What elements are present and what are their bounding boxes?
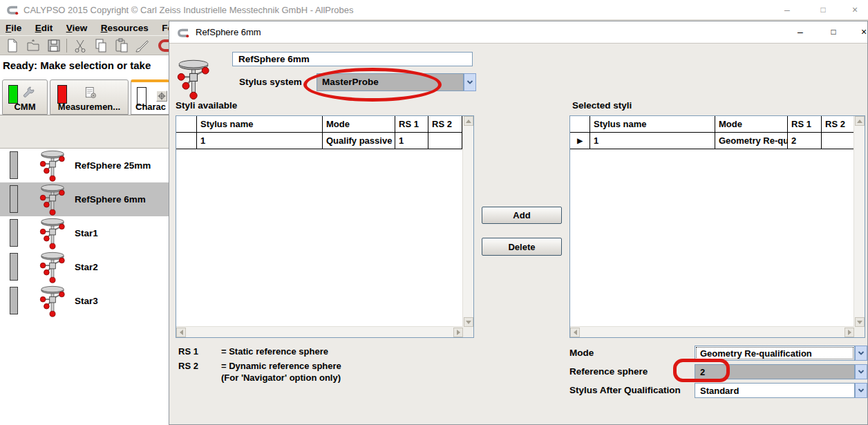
tab-cmm[interactable]: CMM bbox=[2, 79, 48, 115]
tab-characteristics[interactable]: Charac bbox=[131, 79, 169, 115]
slot-bar bbox=[10, 185, 18, 213]
slot-bar bbox=[10, 151, 18, 179]
scroll-up-icon[interactable] bbox=[855, 116, 865, 126]
table-header: Stylus name Mode RS 1 RS 2 bbox=[176, 116, 473, 133]
styli-available-table: Stylus name Mode RS 1 RS 2 1 Qualify pas… bbox=[176, 115, 474, 338]
selected-styli-table: Stylus name Mode RS 1 RS 2 ▶ 1 Geometry … bbox=[569, 115, 865, 338]
probe-panel bbox=[0, 115, 169, 148]
menu-edit[interactable]: Edit bbox=[35, 23, 53, 33]
window-title: CALYPSO 2015 Copyright © Carl Zeiss Indu… bbox=[23, 0, 354, 20]
list-item-star2[interactable]: Star2 bbox=[0, 250, 169, 284]
minimize-button[interactable]: – bbox=[775, 0, 799, 20]
slot-bar bbox=[10, 219, 18, 247]
scroll-up-icon[interactable] bbox=[464, 116, 473, 126]
vertical-scrollbar[interactable] bbox=[462, 116, 473, 327]
tab-characteristics-label: Charac bbox=[131, 102, 169, 112]
scroll-right-icon[interactable] bbox=[845, 328, 854, 337]
cut-icon[interactable] bbox=[72, 37, 88, 54]
tab-measurement[interactable]: Measuremen... bbox=[50, 79, 129, 115]
close-button[interactable]: × bbox=[843, 0, 867, 20]
stylus-after-qualification-value: Standard bbox=[695, 383, 855, 398]
slot-bar bbox=[10, 253, 18, 281]
scroll-left-icon[interactable] bbox=[176, 328, 186, 337]
copy-icon[interactable] bbox=[93, 37, 109, 54]
table-header: Stylus name Mode RS 1 RS 2 bbox=[570, 116, 865, 133]
vertical-scrollbar[interactable] bbox=[853, 116, 865, 327]
chevron-down-icon[interactable] bbox=[855, 364, 867, 379]
list-item-refsphere-25mm[interactable]: RefSphere 25mm bbox=[0, 149, 169, 182]
scroll-down-icon[interactable] bbox=[855, 317, 865, 327]
menu-view[interactable]: View bbox=[66, 23, 88, 33]
table-row[interactable]: ▶ 1 Geometry Re-qualification 2 bbox=[570, 133, 865, 149]
maximize-button[interactable]: □ bbox=[811, 0, 835, 20]
stylus-after-qualification-select[interactable]: Standard bbox=[695, 383, 867, 398]
delete-button[interactable]: Delete bbox=[482, 238, 562, 256]
brush-icon[interactable] bbox=[134, 37, 151, 54]
selected-styli-label: Selected styli bbox=[572, 100, 632, 111]
slot-bar bbox=[10, 287, 18, 314]
paste-icon[interactable] bbox=[113, 37, 130, 54]
new-document-icon[interactable] bbox=[4, 37, 21, 54]
status-message: Ready: Make selection or take bbox=[3, 59, 151, 71]
main-titlebar: CALYPSO 2015 Copyright © Carl Zeiss Indu… bbox=[0, 0, 868, 20]
horizontal-scrollbar[interactable] bbox=[176, 326, 463, 337]
table-row[interactable]: 1 Qualify passive 1 bbox=[176, 133, 473, 149]
probe-icon bbox=[37, 150, 68, 182]
menu-resources[interactable]: Resources bbox=[101, 23, 149, 33]
scroll-right-icon[interactable] bbox=[453, 328, 463, 337]
dialog-title: RefSphere 6mm bbox=[196, 21, 261, 44]
probe-icon bbox=[37, 285, 68, 317]
horizontal-scrollbar[interactable] bbox=[570, 326, 854, 337]
scrollbar-corner bbox=[854, 327, 865, 337]
save-icon[interactable] bbox=[46, 37, 62, 54]
dialog-titlebar: RefSphere 6mm – □ × bbox=[169, 21, 867, 44]
list-item-star3[interactable]: Star3 bbox=[0, 284, 169, 318]
legend-rs2-note: (For 'Navigator' option only) bbox=[221, 372, 341, 383]
probe-icon bbox=[37, 252, 68, 283]
wrench-icon bbox=[22, 86, 36, 100]
chevron-down-icon[interactable] bbox=[855, 346, 867, 361]
dialog-minimize-button[interactable]: – bbox=[790, 21, 811, 44]
stylus-system-list: RefSphere 25mm RefSphere 6mm Star1 Star2… bbox=[0, 148, 169, 425]
dialog-maximize-button[interactable]: □ bbox=[823, 21, 844, 44]
tab-cmm-label: CMM bbox=[3, 102, 47, 112]
chevron-down-icon[interactable] bbox=[464, 73, 476, 91]
reference-sphere-value: 2 bbox=[695, 364, 855, 379]
stylus-system-value: MasterProbe bbox=[317, 73, 464, 91]
mode-value: Geometry Re-qualification bbox=[695, 346, 855, 361]
chevron-down-icon[interactable] bbox=[855, 383, 867, 398]
menu-file[interactable]: File bbox=[6, 23, 21, 33]
characteristics-target-button[interactable] bbox=[156, 91, 167, 102]
cmm-status-chip bbox=[8, 85, 18, 104]
scroll-left-icon[interactable] bbox=[570, 328, 580, 337]
legend-rs2: RS 2= Dynamic reference sphere bbox=[178, 361, 341, 371]
tab-measurement-label: Measuremen... bbox=[50, 102, 128, 112]
dialog-close-button[interactable]: × bbox=[853, 21, 868, 44]
scroll-down-icon[interactable] bbox=[464, 317, 473, 327]
reference-sphere-label: Reference sphere bbox=[569, 364, 648, 379]
add-button[interactable]: Add bbox=[482, 207, 562, 224]
probe-icon bbox=[37, 184, 68, 216]
stylus-after-qualification-label: Stylus After Qualification bbox=[569, 383, 681, 398]
styli-available-label: Styli available bbox=[176, 100, 237, 111]
stylus-system-select[interactable]: MasterProbe bbox=[317, 73, 476, 91]
open-folder-icon[interactable] bbox=[25, 37, 41, 54]
mode-label: Mode bbox=[569, 346, 594, 361]
mode-select[interactable]: Geometry Re-qualification bbox=[695, 346, 867, 361]
legend-rs1: RS 1= Static reference sphere bbox=[178, 346, 328, 357]
app-screen: CALYPSO 2015 Copyright © Carl Zeiss Indu… bbox=[0, 0, 868, 425]
reference-sphere-select[interactable]: 2 bbox=[695, 364, 867, 379]
scrollbar-corner bbox=[463, 327, 473, 337]
list-item-refsphere-6mm[interactable]: RefSphere 6mm bbox=[0, 182, 169, 216]
stylus-system-label: Stylus system bbox=[239, 73, 302, 91]
list-item-star1[interactable]: Star1 bbox=[0, 216, 169, 250]
refsphere-dialog: RefSphere 6mm – □ × Stylus system Master… bbox=[169, 21, 868, 425]
probe-icon bbox=[37, 218, 68, 249]
row-marker-icon: ▶ bbox=[570, 133, 590, 149]
refsphere-name-input[interactable] bbox=[232, 52, 473, 66]
zeiss-logo-icon bbox=[178, 28, 190, 38]
measurement-plan-icon bbox=[84, 86, 97, 100]
toolbar-separator bbox=[66, 39, 67, 53]
zeiss-logo-icon bbox=[7, 6, 19, 15]
measurement-status-chip bbox=[57, 85, 67, 104]
